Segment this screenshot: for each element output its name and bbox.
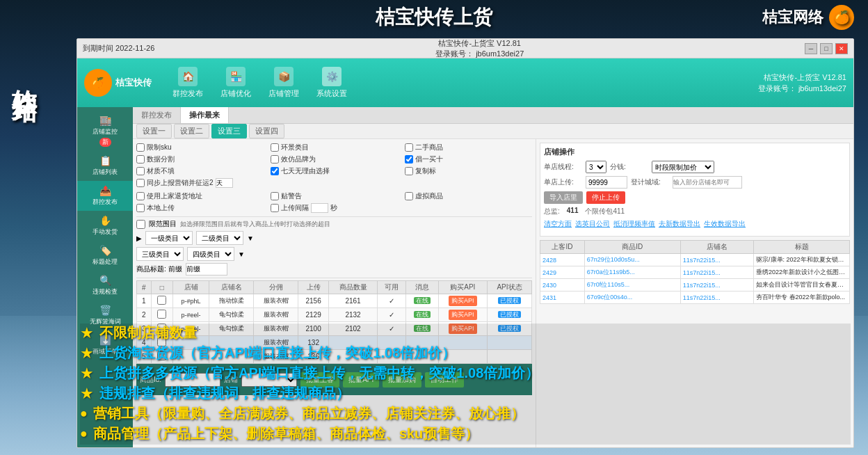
shop-list-icon: 📋 xyxy=(99,155,111,166)
batch-publish-label: 群控发布 xyxy=(172,88,203,99)
checkbox-repeat-title-input[interactable] xyxy=(405,167,413,175)
checkbox-two-hand-input[interactable] xyxy=(405,143,413,152)
brand-logo-icon: 🍊 xyxy=(829,5,854,30)
sidebar-item-shop-monitor[interactable]: 🏬 店铺监控 新 xyxy=(77,111,133,151)
checkbox-env-category-input[interactable] xyxy=(271,143,279,152)
quick-link-5[interactable]: 生效数据导出 xyxy=(704,219,746,229)
feature-overlay: ★ 不限制店铺数量 ★ 上货淘宝货源（官方API端口直接上传，突破1.08倍加价… xyxy=(80,324,851,445)
checkbox-sync-activity[interactable]: 同步上报营销并征运2 xyxy=(136,178,398,188)
circle-icon-2: ● xyxy=(80,426,88,441)
checkbox-sync-activity-input[interactable] xyxy=(136,179,145,187)
checkbox-photo-warning[interactable]: 贴警告 xyxy=(271,191,398,201)
feature-item-5: ● 营销工具（限量购、全店满减券、商品立减券、店铺关注券、放心推） xyxy=(80,404,851,423)
sidebar-item-manual-upload[interactable]: ✋ 手动发货 xyxy=(77,211,133,241)
checkbox-photo-warning-input[interactable] xyxy=(271,192,279,200)
feature-item-4: ★ 违规排查（排查违规词，排查违规商品） xyxy=(80,384,851,403)
checkbox-two-hand[interactable]: 二手商品 xyxy=(405,143,532,152)
tab-batch-publish[interactable]: 群控发布 xyxy=(133,107,181,123)
feature-item-2: ★ 上货淘宝货源（官方API端口直接上传，突破1.08倍加价） xyxy=(80,344,851,362)
col-usable: 可用 xyxy=(377,281,405,294)
shop-list-label: 店铺列表 xyxy=(93,168,118,177)
restricted-cat-desc: 如选择限范围目后就有导入商品上传时打动选择的超目 xyxy=(180,220,330,229)
checkbox-no-material-input[interactable] xyxy=(136,167,145,175)
fourth-category-select[interactable]: 四级类目 xyxy=(187,247,234,261)
manual-upload-icon: ✋ xyxy=(99,215,111,226)
checkbox-show-brand[interactable]: 效仿品牌为 xyxy=(271,154,398,164)
toolbar-nav-system-settings[interactable]: ⚙️ 系统设置 xyxy=(310,63,354,102)
api-btn-1[interactable]: 购买API xyxy=(449,296,477,306)
title-prefix-input[interactable] xyxy=(186,263,227,276)
thread-select[interactable]: 3 1 2 5 xyxy=(586,161,606,173)
checkbox-virtual-goods[interactable]: 虚拟商品 xyxy=(405,191,532,201)
quick-link-3[interactable]: 抵消理频率值 xyxy=(613,219,655,229)
checkbox-grid: 限制sku 环景类目 二手商品 数据分割 效仿品牌为 xyxy=(136,143,532,188)
first-category-select[interactable]: 一级类目 xyxy=(145,231,193,245)
settings-tab-1[interactable]: 设置一 xyxy=(136,124,172,138)
stats-row: 总监: 411 个限传包411 xyxy=(544,207,846,216)
app-logo: 🍊 桔宝快传 xyxy=(84,69,152,97)
checkbox-upload-interval[interactable]: 上传间隔 秒 xyxy=(271,203,398,213)
toolbar-nav-batch-publish[interactable]: 🏠 群控发布 xyxy=(166,63,210,102)
settings-tab-3[interactable]: 设置三 xyxy=(211,124,247,138)
checkbox-use-address-input[interactable] xyxy=(136,192,145,200)
checkbox-limit-sku-input[interactable] xyxy=(136,143,145,152)
col-category: 分佣 xyxy=(254,281,298,294)
restricted-cat-checkbox[interactable] xyxy=(136,220,145,229)
checkbox-use-address[interactable]: 使用上家退货地址 xyxy=(136,191,264,201)
sidebar-item-label-manage[interactable]: 🏷️ 标题处理 xyxy=(77,241,133,271)
toolbar-nav-shop-optimize[interactable]: 🏪 店铺优化 xyxy=(214,63,258,102)
settings-tab-4[interactable]: 设置四 xyxy=(249,124,284,138)
close-button[interactable]: ✕ xyxy=(835,43,848,54)
manual-upload-label: 手动发货 xyxy=(93,228,118,237)
checkbox-virtual-goods-input[interactable] xyxy=(405,192,413,200)
toolbar-nav-shop-manage[interactable]: 📦 店铺管理 xyxy=(262,63,306,102)
days-input[interactable] xyxy=(216,178,233,188)
sidebar-item-shop-list[interactable]: 📋 店铺列表 xyxy=(77,151,133,181)
row1-check[interactable] xyxy=(157,296,166,305)
settings-tab-2[interactable]: 设置二 xyxy=(174,124,209,138)
restricted-cat-label: 限范围目 xyxy=(149,219,177,229)
sidebar-item-violation-check[interactable]: 🔍 违规检查 xyxy=(77,271,133,301)
total-label: 总监: xyxy=(544,207,560,216)
single-upload-input[interactable] xyxy=(586,176,627,189)
quick-link-4[interactable]: 去新数据导出 xyxy=(659,219,700,229)
product-table: 上客ID 商品ID 店铺名 标题 2428 67n29位10d0s5u... 1… xyxy=(540,240,850,304)
checkbox-7day[interactable]: 七天无理由选择 xyxy=(271,166,398,176)
col-api-status: API状态 xyxy=(487,281,531,294)
sidebar-item-batch-publish[interactable]: 📤 群控发布 xyxy=(77,181,133,211)
account-info: 登录账号： jb6um13dei27 xyxy=(154,49,805,59)
col-upload: 上传 xyxy=(298,281,328,294)
checkbox-7day-input[interactable] xyxy=(271,167,279,175)
app-title-right: 桔宝快传-上货宝 V12.81 登录账号： jb6um13dei27 xyxy=(758,72,846,95)
checkbox-no-material[interactable]: 材质不填 xyxy=(136,166,264,176)
app-logo-text: 桔宝快传 xyxy=(115,77,152,89)
checkbox-limit-sku[interactable]: 限制sku xyxy=(136,143,264,152)
second-category-select[interactable]: 二级类目 xyxy=(196,231,243,245)
checkbox-upload-interval-input[interactable] xyxy=(271,204,279,212)
checkbox-data-split-input[interactable] xyxy=(136,155,145,163)
total-value: 411 xyxy=(567,207,579,216)
interval-input[interactable] xyxy=(311,203,328,213)
import-shop-button[interactable]: 导入店里 xyxy=(544,191,583,204)
label-manage-icon: 🏷️ xyxy=(99,245,111,256)
checkbox-repeat-title[interactable]: 复制标 xyxy=(405,166,532,176)
checkbox-env-category[interactable]: 环景类目 xyxy=(271,143,398,152)
stop-upload-button[interactable]: 停止上传 xyxy=(586,191,625,204)
checkbox-show-brand-input[interactable] xyxy=(271,155,279,163)
checkbox-one-to-one-input[interactable] xyxy=(405,155,413,163)
third-category-select[interactable]: 三级类目 xyxy=(136,247,184,261)
minimize-button[interactable]: ─ xyxy=(805,43,817,54)
checkbox-data-split[interactable]: 数据分割 xyxy=(136,154,264,164)
quick-link-2[interactable]: 选英目公司 xyxy=(575,219,610,229)
checkbox-local-upload-input[interactable] xyxy=(136,204,145,212)
split-select[interactable]: 时段限制加价 固定加价 xyxy=(652,161,714,173)
tab-operation-record[interactable]: 操作最来 xyxy=(181,107,229,123)
maximize-button[interactable]: □ xyxy=(820,43,833,54)
checkbox-one-to-one[interactable]: 倡一买十 xyxy=(405,154,532,164)
api-btn-2[interactable]: 购买API xyxy=(449,310,477,320)
row2-check[interactable] xyxy=(157,310,166,319)
quick-link-1[interactable]: 清空方面 xyxy=(544,219,572,229)
checkbox-local-upload[interactable]: 本地上传 xyxy=(136,203,264,213)
star-icon-3: ★ xyxy=(80,365,94,383)
region-input[interactable] xyxy=(673,176,742,189)
